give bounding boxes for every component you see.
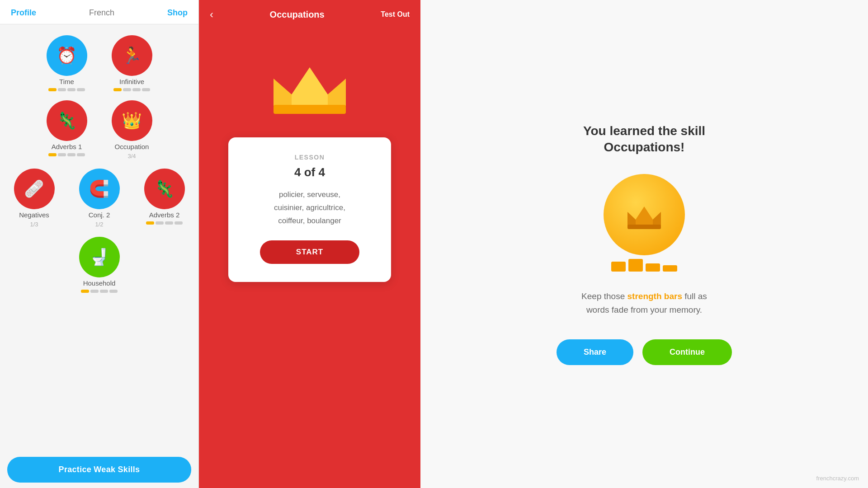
skill-progress-time: [48, 88, 85, 91]
bar-1: [81, 290, 89, 293]
bar-3: [67, 153, 75, 156]
lesson-label: LESSON: [295, 154, 325, 161]
skill-circle-household[interactable]: 🚽: [79, 237, 120, 277]
medal-area: [604, 174, 685, 272]
skill-item-adverbs2[interactable]: 🦎 Adverbs 2: [137, 169, 192, 228]
test-out-button[interactable]: Test Out: [381, 10, 410, 19]
skill-label-infinitive: Infinitive: [119, 78, 144, 85]
skill-item-negatives[interactable]: 🩹 Negatives 1/3: [7, 169, 61, 228]
bar-4: [77, 88, 85, 91]
skill-progress-adverbs2: [146, 221, 183, 225]
skill-circle-occupation[interactable]: 👑: [112, 100, 152, 141]
skill-label-adverbs2: Adverbs 2: [149, 211, 180, 219]
bar-2: [123, 88, 131, 91]
skill-label-time: Time: [59, 78, 74, 85]
start-button[interactable]: START: [260, 240, 359, 264]
middle-header: ‹ Occupations Test Out: [199, 0, 420, 29]
skill-label-household: Household: [83, 279, 116, 287]
bar-2: [156, 221, 164, 225]
bar-4: [77, 153, 85, 156]
right-panel: You learned the skill Occupations! Keep …: [420, 0, 868, 488]
bar-2: [58, 88, 66, 91]
share-button[interactable]: Share: [557, 339, 633, 365]
skill-progress-household: [81, 290, 118, 293]
skill-sublabel-occupation: 3/4: [127, 153, 136, 160]
svg-marker-7: [653, 212, 661, 225]
left-header: Profile French Shop: [0, 0, 198, 24]
svg-marker-3: [328, 79, 346, 106]
lesson-card: LESSON 4 of 4 policier, serveuse, cuisin…: [228, 137, 391, 282]
svg-marker-6: [627, 212, 636, 225]
bar-2: [90, 290, 99, 293]
profile-link[interactable]: Profile: [11, 8, 36, 18]
svg-rect-1: [274, 105, 346, 114]
medal-bar-4: [663, 265, 677, 272]
skill-circle-adverbs1[interactable]: 🦎: [47, 100, 87, 141]
skill-label-occupation: Occupation: [115, 143, 149, 150]
strength-bars-highlight: strength bars: [627, 291, 682, 301]
bar-1: [113, 88, 122, 91]
right-actions: Share Continue: [557, 339, 732, 365]
skill-item-occupation[interactable]: 👑 Occupation 3/4: [105, 100, 159, 160]
skill-circle-adverbs2[interactable]: 🦎: [144, 169, 185, 209]
skill-item-time[interactable]: ⏰ Time: [40, 35, 94, 91]
medal-bar-1: [611, 262, 626, 272]
continue-button[interactable]: Continue: [642, 339, 732, 365]
crown-area: [264, 47, 355, 119]
skill-sublabel-conj2: 1/2: [95, 221, 103, 228]
skill-label-adverbs1: Adverbs 1: [52, 143, 82, 150]
medal-crown-icon: [624, 198, 665, 231]
skill-progress-adverbs1: [48, 153, 85, 156]
skill-sublabel-negatives: 1/3: [30, 221, 38, 228]
shop-link[interactable]: Shop: [167, 8, 188, 18]
skill-item-household[interactable]: 🚽 Household: [72, 237, 127, 293]
left-panel: Profile French Shop ⏰ Time 🏃 Infinitive: [0, 0, 199, 488]
skill-circle-infinitive[interactable]: 🏃: [112, 35, 152, 76]
bar-3: [165, 221, 173, 225]
lesson-words: policier, serveuse, cuisinier, agricultr…: [274, 188, 345, 228]
watermark: frenchcrazy.com: [816, 475, 859, 482]
practice-weak-skills-button[interactable]: Practice Weak Skills: [7, 457, 191, 483]
bar-4: [175, 221, 183, 225]
bar-2: [58, 153, 66, 156]
medal-bars: [611, 259, 677, 272]
svg-marker-2: [274, 79, 292, 106]
lesson-count: 4 of 4: [294, 165, 325, 179]
bar-1: [48, 153, 57, 156]
skills-row-4: 🚽 Household: [72, 237, 127, 293]
skill-label-conj2: Conj. 2: [89, 211, 110, 219]
bar-1: [48, 88, 57, 91]
bar-3: [67, 88, 75, 91]
skills-grid: ⏰ Time 🏃 Infinitive: [0, 24, 198, 488]
skill-item-adverbs1[interactable]: 🦎 Adverbs 1: [40, 100, 94, 160]
skill-label-negatives: Negatives: [19, 211, 49, 219]
skills-row-2: 🦎 Adverbs 1 👑 Occupation 3/4: [40, 100, 159, 160]
language-title: French: [89, 8, 114, 18]
bar-3: [100, 290, 108, 293]
bar-3: [132, 88, 141, 91]
practice-btn-wrap: Practice Weak Skills: [0, 451, 198, 488]
skill-item-infinitive[interactable]: 🏃 Infinitive: [105, 35, 159, 91]
medal-bar-3: [646, 263, 660, 272]
middle-panel: ‹ Occupations Test Out LESSON 4 of 4 pol…: [199, 0, 420, 488]
bar-1: [146, 221, 154, 225]
right-title: You learned the skill Occupations!: [583, 123, 705, 156]
bar-4: [109, 290, 118, 293]
skill-circle-time[interactable]: ⏰: [47, 35, 87, 76]
skills-row-3: 🩹 Negatives 1/3 🧲 Conj. 2 1/2 🦎 Adverbs …: [7, 169, 192, 228]
skill-progress-infinitive: [113, 88, 150, 91]
middle-title: Occupations: [270, 9, 325, 20]
medal-circle: [604, 174, 685, 255]
medal-bar-2: [628, 259, 643, 272]
skill-item-conj2[interactable]: 🧲 Conj. 2 1/2: [72, 169, 127, 228]
skill-circle-negatives[interactable]: 🩹: [14, 169, 55, 209]
skill-circle-conj2[interactable]: 🧲: [79, 169, 120, 209]
skills-row-1: ⏰ Time 🏃 Infinitive: [40, 35, 159, 91]
back-button[interactable]: ‹: [210, 8, 213, 21]
right-description: Keep those strength bars full aswords fa…: [581, 290, 707, 317]
bar-4: [142, 88, 150, 91]
crown-icon: [264, 47, 355, 119]
